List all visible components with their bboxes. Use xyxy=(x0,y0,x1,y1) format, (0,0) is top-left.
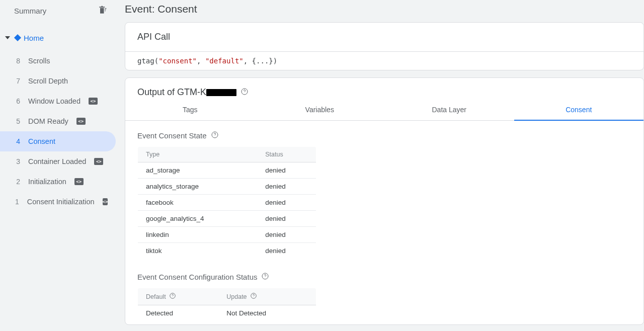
column-header: Status xyxy=(257,147,316,162)
table-cell: ad_storage xyxy=(138,162,258,179)
output-card: Output of GTM-K TagsVariablesData LayerC… xyxy=(125,77,644,325)
event-label: Consent xyxy=(28,137,55,145)
code-badge-icon: <> xyxy=(74,178,84,185)
event-label: Container Loaded xyxy=(28,157,86,166)
code-badge-icon: <> xyxy=(94,158,103,165)
table-row: DetectedNot Detected xyxy=(138,305,316,321)
sidebar-event-item[interactable]: 4Consent xyxy=(0,131,116,151)
help-icon[interactable] xyxy=(261,272,269,282)
tab-variables[interactable]: Variables xyxy=(255,100,385,120)
sidebar-event-item[interactable]: 3Container Loaded<> xyxy=(0,151,116,172)
api-call-title: API Call xyxy=(125,23,643,51)
consent-state-table: TypeStatusad_storagedeniedanalytics_stor… xyxy=(137,146,316,259)
sidebar-header: Summary xyxy=(0,2,116,20)
table-row: facebookdenied xyxy=(138,195,316,211)
table-cell: facebook xyxy=(138,195,258,211)
sidebar-event-item[interactable]: 7Scroll Depth xyxy=(0,71,116,91)
code-token: gtag( xyxy=(137,57,158,65)
help-icon[interactable] xyxy=(211,131,219,140)
event-label: Window Loaded xyxy=(28,97,80,105)
event-number: 3 xyxy=(15,157,20,166)
output-header: Output of GTM-K xyxy=(125,78,643,100)
column-header: Default xyxy=(138,288,219,305)
config-status-section: Event Consent Configuration Status Defau… xyxy=(125,262,643,324)
column-header: Update xyxy=(218,288,316,305)
event-list: 8Scrolls7Scroll Depth6Window Loaded<>5DO… xyxy=(0,51,116,212)
table-cell: denied xyxy=(257,195,316,211)
sidebar-item-home[interactable]: Home xyxy=(0,29,116,47)
column-header: Type xyxy=(138,147,258,162)
page-title: Event: Consent xyxy=(125,0,644,22)
sidebar-event-item[interactable]: 1Consent Initialization<> xyxy=(0,192,116,212)
table-cell: linkedin xyxy=(138,227,258,243)
table-row: analytics_storagedenied xyxy=(138,179,316,195)
code-string: "consent" xyxy=(158,57,197,65)
table-cell: google_analytics_4 xyxy=(138,211,258,227)
table-row: google_analytics_4denied xyxy=(138,211,316,227)
table-cell: tiktok xyxy=(138,243,258,259)
table-cell: Detected xyxy=(138,305,219,321)
summary-label[interactable]: Summary xyxy=(14,7,46,15)
home-label: Home xyxy=(24,34,44,42)
output-title: Output of GTM-K xyxy=(137,87,236,98)
code-token: , {...}) xyxy=(244,57,277,65)
sidebar: Summary Home 8Scrolls7Scroll Depth6Windo… xyxy=(0,0,116,331)
help-icon[interactable] xyxy=(240,88,249,97)
event-label: DOM Ready xyxy=(28,117,68,125)
sidebar-event-item[interactable]: 5DOM Ready<> xyxy=(0,111,116,131)
output-tabs: TagsVariablesData LayerConsent xyxy=(125,100,643,121)
tab-data-layer[interactable]: Data Layer xyxy=(384,100,514,120)
event-number: 2 xyxy=(15,178,20,186)
tab-tags[interactable]: Tags xyxy=(125,100,255,120)
consent-state-section: Event Consent State TypeStatusad_storage… xyxy=(125,121,643,262)
event-number: 5 xyxy=(15,117,20,125)
event-label: Consent Initialization xyxy=(27,198,95,206)
table-cell: analytics_storage xyxy=(138,179,258,195)
sidebar-event-item[interactable]: 6Window Loaded<> xyxy=(0,91,116,111)
code-string: "default" xyxy=(205,57,244,65)
config-status-table: DefaultUpdateDetectedNot Detected xyxy=(137,288,316,321)
event-label: Scroll Depth xyxy=(28,77,68,85)
main-content: Event: Consent API Call gtag("consent", … xyxy=(116,0,644,331)
clear-events-icon[interactable] xyxy=(98,5,108,17)
tab-consent[interactable]: Consent xyxy=(514,100,644,121)
event-number: 1 xyxy=(15,198,19,206)
help-icon[interactable] xyxy=(169,292,176,301)
sidebar-group: Home 8Scrolls7Scroll Depth6Window Loaded… xyxy=(0,29,116,212)
event-number: 7 xyxy=(15,77,20,85)
event-number: 8 xyxy=(15,57,20,65)
config-status-title: Event Consent Configuration Status xyxy=(137,273,257,281)
event-label: Initialization xyxy=(28,178,66,186)
api-call-card: API Call gtag("consent", "default", {...… xyxy=(125,22,644,70)
table-row: tiktokdenied xyxy=(138,243,316,259)
table-row: linkedindenied xyxy=(138,227,316,243)
event-number: 6 xyxy=(15,97,20,105)
code-badge-icon: <> xyxy=(89,98,98,105)
output-title-prefix: Output of GTM-K xyxy=(137,87,206,97)
code-token: , xyxy=(197,57,205,65)
table-cell: denied xyxy=(257,211,316,227)
table-cell: Not Detected xyxy=(218,305,316,321)
chevron-down-icon xyxy=(5,34,10,42)
api-call-code: gtag("consent", "default", {...}) xyxy=(125,51,643,70)
code-badge-icon: <> xyxy=(76,118,86,125)
table-cell: denied xyxy=(257,162,316,179)
table-cell: denied xyxy=(257,243,316,259)
consent-state-title: Event Consent State xyxy=(137,131,207,140)
help-icon[interactable] xyxy=(250,292,257,301)
sidebar-event-item[interactable]: 8Scrolls xyxy=(0,51,116,71)
sidebar-event-item[interactable]: 2Initialization<> xyxy=(0,172,116,192)
table-cell: denied xyxy=(257,179,316,195)
redacted-container-id xyxy=(206,89,236,96)
event-label: Scrolls xyxy=(28,57,50,65)
table-row: ad_storagedenied xyxy=(138,162,316,179)
event-number: 4 xyxy=(15,137,20,145)
home-diamond-icon xyxy=(14,34,21,41)
table-cell: denied xyxy=(257,227,316,243)
code-badge-icon: <> xyxy=(103,198,108,205)
